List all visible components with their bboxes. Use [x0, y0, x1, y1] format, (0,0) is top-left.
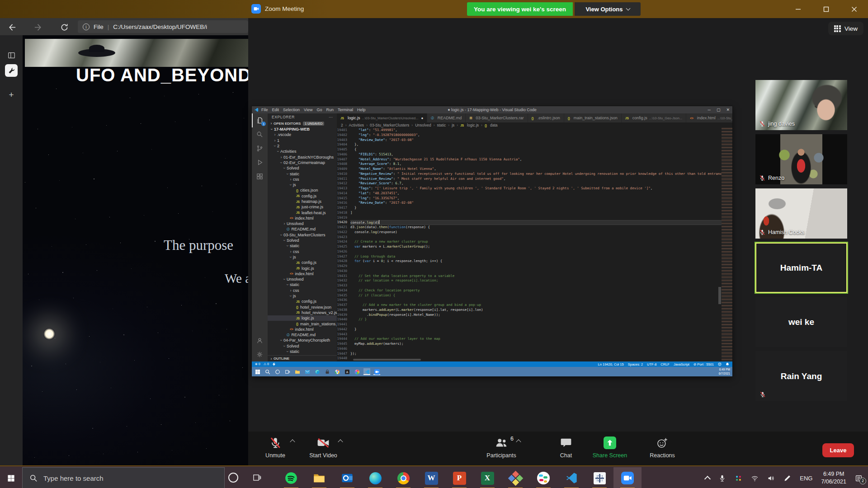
edge-taskbar-icon[interactable] — [361, 467, 389, 488]
network-icon[interactable] — [751, 474, 759, 482]
gallery-view-button[interactable]: View — [828, 22, 863, 35]
search-input[interactable] — [43, 474, 179, 482]
tree-item-index.html[interactable]: <>index.html — [268, 271, 337, 277]
leave-button[interactable]: Leave — [822, 443, 854, 457]
breadcrumb-item[interactable]: 2 — [341, 123, 343, 127]
tree-item-config.js[interactable]: JSconfig.js — [268, 299, 337, 304]
vscode-taskbar-icon[interactable] — [557, 467, 585, 488]
tree-item-css[interactable]: ›css — [268, 177, 337, 182]
shared-taskbar-clock[interactable]: 6:49 PM 6/7/2021 — [719, 368, 732, 375]
edge-icon[interactable] — [314, 368, 321, 375]
spotify-taskbar-icon[interactable] — [277, 467, 305, 488]
drawio-taskbar-icon[interactable] — [501, 467, 529, 488]
add-icon[interactable]: + — [5, 89, 18, 101]
menu-view[interactable]: View — [304, 108, 312, 112]
mail-icon[interactable] — [304, 368, 311, 375]
zoom-icon[interactable] — [373, 368, 380, 375]
tree-item-Unsolved[interactable]: ›Unsolved — [268, 277, 337, 282]
slack-taskbar-icon[interactable] — [529, 467, 557, 488]
powerpoint-taskbar-icon[interactable]: P — [445, 467, 473, 488]
breadcrumb-item[interactable]: js — [452, 123, 454, 127]
breadcrumb-item[interactable]: JSlogic.js — [460, 123, 479, 127]
code-area[interactable]: 1940119402194031940419405194061940719408… — [337, 128, 732, 361]
clock[interactable]: 6:49 PM 7/06/2021 — [821, 470, 846, 486]
control-start-video[interactable]: Start Video — [302, 436, 345, 464]
tree-item-cities.json[interactable]: {}cities.json — [268, 188, 337, 193]
status-item[interactable]: Spaces: 2 — [628, 362, 643, 366]
status-item[interactable]: UTF-8 — [647, 362, 656, 366]
tree-item-css[interactable]: ›css — [268, 288, 337, 293]
tree-item-Activities[interactable]: ›Activities — [268, 149, 337, 154]
run-debug-icon[interactable] — [252, 155, 268, 169]
tree-item-Solved[interactable]: ›Solved — [268, 343, 337, 349]
menu-run[interactable]: Run — [326, 108, 334, 112]
word-taskbar-icon[interactable]: W — [417, 467, 445, 488]
tree-item-Unsolved[interactable]: ›Unsolved — [268, 221, 337, 226]
start-icon[interactable] — [254, 368, 261, 375]
address-bar[interactable]: i File | C:/Users/zaax/Desktop/UFOWEB/i — [78, 20, 248, 33]
tree-item-03-Stu_MarkerClusters[interactable]: ›03-Stu_MarkerClusters — [268, 232, 337, 238]
control-unmute[interactable]: Unmute — [254, 436, 297, 464]
control-participants[interactable]: 6Participants — [480, 436, 523, 464]
chevron-up-icon[interactable] — [516, 439, 521, 444]
tab-main_train_stations.json[interactable]: {}main_train_stations.json — [564, 113, 622, 122]
page-info-icon[interactable]: i — [83, 23, 90, 30]
tree-item-index.html[interactable]: <>index.html — [268, 327, 337, 332]
tree-item-heatmap.js[interactable]: JSheatmap.js — [268, 199, 337, 204]
tree-item-logic.js[interactable]: JSlogic.js — [268, 265, 337, 271]
tree-item-1[interactable]: ›1 — [268, 138, 337, 143]
tab-README.md[interactable]: ⓘREADME.md — [427, 113, 466, 122]
tree-item-leaflet-heat.js[interactable]: JSleaflet-heat.js — [268, 210, 337, 215]
tray-expand-icon[interactable] — [704, 476, 711, 482]
participant-tile-Hamish-Cocks[interactable]: Hamish Cocks — [755, 188, 847, 239]
tree-item-js[interactable]: ›js — [268, 254, 337, 260]
explorer-icon[interactable]: 1 — [252, 113, 268, 127]
chrome-icon[interactable] — [334, 368, 340, 375]
tree-item-2[interactable]: ›2 — [268, 143, 337, 149]
tree-item-01-Evr_BasicNYCBoroughs[interactable]: ›01-Evr_BasicNYCBoroughs — [268, 154, 337, 160]
pen-icon[interactable] — [783, 474, 791, 482]
menu-help[interactable]: Help — [357, 108, 366, 112]
vscode-maximize-icon[interactable]: ▢ — [717, 108, 721, 112]
tree-item-index.html[interactable]: <>index.html — [268, 216, 337, 221]
view-options-button[interactable]: View Options — [575, 2, 641, 16]
tab-logic.js[interactable]: JSlogic.js...\03-Stu_MarkerClusters\Unso… — [337, 113, 427, 122]
breadcrumb-item[interactable]: static — [437, 123, 446, 127]
tree-item-hotel_review.json[interactable]: {}hotel_review.json — [268, 305, 337, 310]
control-reactions[interactable]: Reactions — [641, 436, 684, 464]
language-indicator[interactable]: ENG — [800, 475, 812, 482]
tree-item-Solved[interactable]: ›Solved — [268, 165, 337, 171]
tree-item-just-crime.js[interactable]: JSjust-crime.js — [268, 204, 337, 210]
settings-gear-icon[interactable] — [252, 347, 268, 361]
control-share-screen[interactable]: Share Screen — [588, 436, 632, 464]
vscode-icon[interactable] — [363, 368, 370, 375]
dark-app-icon[interactable]: A — [344, 368, 350, 375]
vscode-close-icon[interactable]: ✕ — [726, 108, 730, 112]
tree-item-static[interactable]: ›static — [268, 171, 337, 176]
cortana-icon[interactable] — [274, 368, 281, 375]
tab-config.js[interactable]: JSconfig.js...\10-Stu_Geo-Json... — [622, 113, 686, 122]
tree-item-Solved[interactable]: ›Solved — [268, 238, 337, 243]
breadcrumb-item[interactable]: {}data — [485, 123, 498, 127]
tab-index.html[interactable]: <>index.html...\10-Stu_Geo-Json... — [686, 113, 732, 122]
account-icon[interactable] — [252, 333, 268, 347]
breadcrumb-item[interactable]: Activities — [349, 123, 364, 127]
close-button[interactable] — [844, 0, 864, 18]
tree-item-static[interactable]: ›static — [268, 282, 337, 287]
tree-item-config.js[interactable]: JSconfig.js — [268, 260, 337, 265]
menu-selection[interactable]: Selection — [283, 108, 300, 112]
tool-button[interactable] — [5, 64, 18, 77]
horizontal-scrollbar[interactable] — [353, 359, 421, 361]
minimap[interactable] — [722, 128, 732, 361]
extensions-icon[interactable] — [252, 169, 268, 183]
tree-item-static[interactable]: ›static — [268, 243, 337, 249]
outline-section[interactable]: › OUTLINE — [268, 355, 337, 361]
tree-item-js[interactable]: ›js — [268, 182, 337, 188]
outlook-taskbar-icon[interactable] — [333, 467, 361, 488]
tree-item-config.js[interactable]: JSconfig.js — [268, 193, 337, 199]
breadcrumb-item[interactable]: 03-Stu_MarkerClusters — [370, 123, 409, 127]
excel-taskbar-icon[interactable]: X — [473, 467, 501, 488]
tree-item-logic.js[interactable]: JSlogic.js — [268, 315, 337, 321]
tree-item-README.md[interactable]: ⓘREADME.md — [268, 332, 337, 338]
volume-icon[interactable] — [767, 474, 775, 482]
